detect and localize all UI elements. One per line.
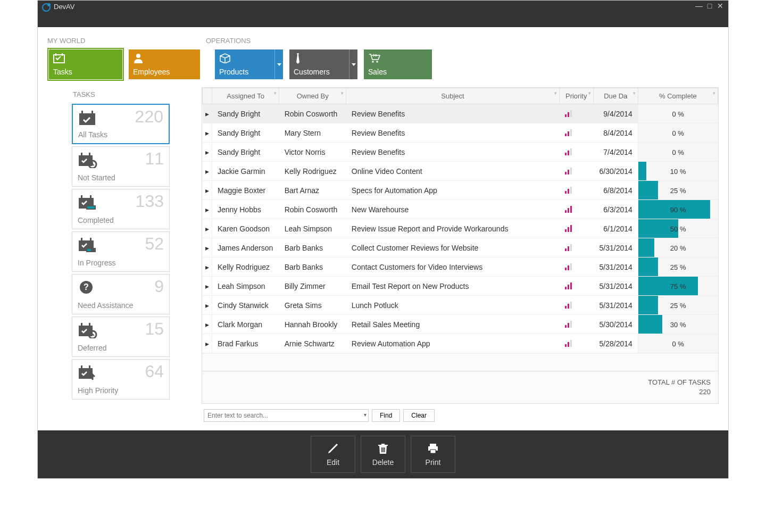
- find-button[interactable]: Find: [372, 409, 400, 422]
- cell-assigned-to: Maggie Boxter: [212, 181, 279, 200]
- expand-toggle[interactable]: ▸: [203, 334, 212, 353]
- svg-rect-69: [568, 342, 569, 347]
- maximize-button[interactable]: □: [705, 2, 714, 10]
- cell-owned-by: Barb Banks: [279, 238, 346, 257]
- expand-toggle[interactable]: ▸: [203, 238, 212, 257]
- nav-tile-sales[interactable]: Sales: [364, 49, 432, 79]
- dropdown-arrow-icon[interactable]: [274, 49, 283, 79]
- svg-rect-59: [565, 287, 567, 289]
- minimize-button[interactable]: —: [694, 2, 704, 10]
- svg-rect-56: [565, 268, 567, 270]
- col-expand[interactable]: [203, 88, 212, 104]
- filter-card-icon: [77, 109, 98, 126]
- clear-button[interactable]: Clear: [403, 409, 435, 422]
- filter-card[interactable]: 52 In Progress: [72, 231, 170, 272]
- edit-button[interactable]: Edit: [311, 436, 355, 473]
- filter-card[interactable]: 11 Not Started: [72, 146, 170, 187]
- svg-rect-62: [565, 306, 567, 309]
- nav-tile-employees[interactable]: Employees: [129, 49, 200, 79]
- action-label: Delete: [372, 458, 394, 467]
- filter-card-count: 52: [145, 234, 164, 254]
- svg-rect-10: [81, 153, 82, 157]
- nav-tile-products-wrap: Products: [213, 48, 285, 81]
- filter-card[interactable]: 133 Completed: [72, 189, 170, 229]
- expand-toggle[interactable]: ▸: [203, 162, 212, 181]
- svg-rect-57: [568, 265, 569, 270]
- svg-rect-73: [384, 447, 385, 452]
- filter-icon[interactable]: ▾: [588, 90, 591, 96]
- col-owned-by[interactable]: Owned By▾: [279, 88, 346, 104]
- expand-toggle[interactable]: ▸: [203, 181, 212, 200]
- svg-point-3: [136, 54, 140, 58]
- filter-cards: 220 All Tasks 11 Not Started 133 Complet…: [72, 104, 170, 400]
- filter-card-label: All Tasks: [78, 130, 107, 139]
- table-row[interactable]: ▸ Cindy Stanwick Greta Sims Lunch Potluc…: [203, 296, 718, 315]
- svg-rect-0: [54, 55, 64, 63]
- table-row[interactable]: ▸ Clark Morgan Hannah Brookly Retail Sal…: [203, 315, 718, 334]
- delete-button[interactable]: Delete: [361, 436, 405, 473]
- table-row[interactable]: ▸ Leah Simpson Billy Zimmer Email Test R…: [203, 277, 718, 296]
- filter-icon[interactable]: ▾: [341, 90, 344, 96]
- tie-icon: [294, 53, 353, 64]
- cell-subject: Email Test Report on New Products: [346, 277, 559, 296]
- filter-icon[interactable]: ▾: [554, 90, 557, 96]
- table-row[interactable]: ▸ Jackie Garmin Kelly Rodriguez Online V…: [203, 162, 718, 181]
- expand-toggle[interactable]: ▸: [203, 104, 212, 123]
- filter-card[interactable]: 220 All Tasks: [72, 104, 170, 144]
- table-row[interactable]: ▸ Karen Goodson Leah Simpson Review Issu…: [203, 219, 718, 238]
- expand-toggle[interactable]: ▸: [203, 296, 212, 315]
- cell-assigned-to: Leah Simpson: [212, 277, 279, 296]
- grid-area: Assigned To▾ Owned By▾ Subject▾ Priority…: [202, 87, 719, 425]
- nav-tile-employees-wrap: Employees: [127, 48, 202, 81]
- expand-toggle[interactable]: ▸: [203, 123, 212, 143]
- nav-tile-label: Customers: [294, 68, 353, 76]
- print-button[interactable]: Print: [411, 436, 455, 473]
- svg-rect-22: [87, 249, 91, 251]
- filter-card[interactable]: 64 High Priority: [72, 359, 170, 400]
- expand-toggle[interactable]: ▸: [203, 315, 212, 334]
- col-complete[interactable]: % Complete▾: [638, 88, 718, 104]
- table-row[interactable]: ▸ Sandy Bright Robin Cosworth Review Ben…: [203, 104, 718, 123]
- nav-tile-products[interactable]: Products: [215, 49, 283, 79]
- cell-due-date: 5/31/2014: [593, 238, 638, 257]
- table-row[interactable]: ▸ Maggie Boxter Bart Arnaz Specs for Aut…: [203, 181, 718, 200]
- filter-icon[interactable]: ▾: [274, 90, 277, 96]
- cell-priority: [559, 219, 593, 238]
- filter-card[interactable]: ? 9 Need Assistance: [72, 274, 170, 314]
- cell-due-date: 6/1/2014: [593, 219, 638, 238]
- svg-rect-39: [568, 151, 569, 155]
- filter-card[interactable]: 15 Deferred: [72, 317, 170, 357]
- cell-owned-by: Greta Sims: [279, 296, 346, 315]
- dropdown-arrow-icon[interactable]: [349, 49, 357, 79]
- expand-toggle[interactable]: ▸: [203, 219, 212, 238]
- nav-tile-label: Employees: [133, 68, 196, 76]
- nav-tile-customers[interactable]: Customers: [289, 49, 357, 79]
- cell-priority: [559, 104, 593, 123]
- table-row[interactable]: ▸ Jenny Hobbs Robin Cosworth New Warehou…: [203, 200, 718, 219]
- expand-toggle[interactable]: ▸: [203, 200, 212, 219]
- table-row[interactable]: ▸ Sandy Bright Victor Norris Review Bene…: [203, 143, 718, 162]
- table-row[interactable]: ▸ James Anderson Barb Banks Collect Cust…: [203, 238, 718, 257]
- filter-icon[interactable]: ▾: [633, 90, 636, 96]
- cell-due-date: 5/31/2014: [593, 277, 638, 296]
- table-row[interactable]: ▸ Brad Farkus Arnie Schwartz Review Auto…: [203, 334, 718, 353]
- svg-rect-72: [383, 447, 384, 452]
- expand-toggle[interactable]: ▸: [203, 143, 212, 162]
- table-row[interactable]: ▸ Sandy Bright Mary Stern Review Benefit…: [203, 123, 718, 143]
- search-input[interactable]: [204, 409, 369, 422]
- nav-tile-tasks-wrap: Tasks: [47, 48, 124, 81]
- col-assigned-to[interactable]: Assigned To▾: [212, 88, 279, 104]
- expand-toggle[interactable]: ▸: [203, 257, 212, 277]
- filter-icon[interactable]: ▾: [713, 90, 715, 96]
- table-row[interactable]: ▸ Kelly Rodriguez Barb Banks Contact Cus…: [203, 257, 718, 277]
- cell-owned-by: Hannah Brookly: [279, 315, 346, 334]
- close-button[interactable]: ✕: [715, 2, 725, 10]
- col-due-date[interactable]: Due Da↓▾: [593, 88, 638, 104]
- cell-priority: [559, 162, 593, 181]
- nav-tile-tasks[interactable]: Tasks: [49, 49, 122, 79]
- col-subject[interactable]: Subject▾: [346, 88, 559, 104]
- cell-progress: 90 %: [638, 200, 718, 219]
- col-priority[interactable]: Priority▾: [559, 88, 593, 104]
- cell-subject: Review Benefits: [346, 104, 559, 123]
- expand-toggle[interactable]: ▸: [203, 277, 212, 296]
